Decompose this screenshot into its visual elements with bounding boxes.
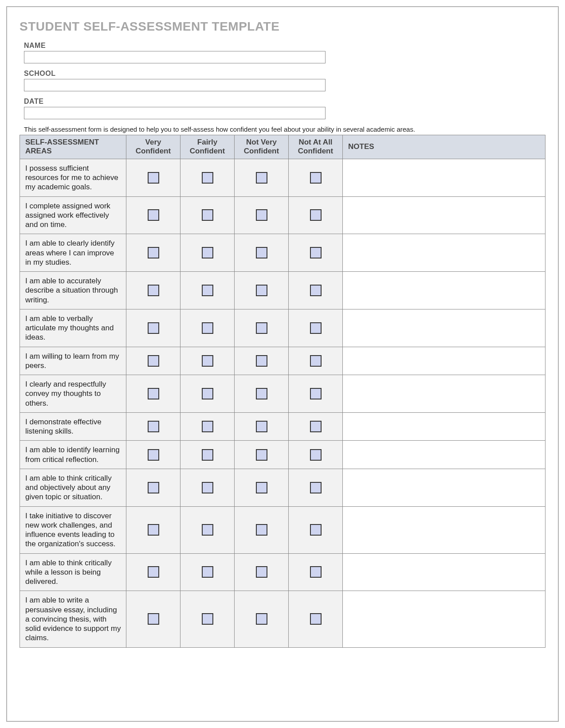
table-row: I take initiative to discover new work c… xyxy=(20,506,545,553)
checkbox-not-very-confident[interactable] xyxy=(256,613,267,625)
checkbox-not-very-confident[interactable] xyxy=(256,355,267,367)
checkbox-not-at-all-confident[interactable] xyxy=(310,566,322,578)
checkbox-not-at-all-confident[interactable] xyxy=(310,322,322,334)
checkbox-not-very-confident[interactable] xyxy=(256,482,267,493)
area-text: I am able to identify learning from crit… xyxy=(20,441,126,469)
notes-cell[interactable] xyxy=(343,553,545,591)
checkbox-not-very-confident[interactable] xyxy=(256,322,267,334)
table-row: I am able to think critically and object… xyxy=(20,469,545,506)
notes-cell[interactable] xyxy=(343,375,545,413)
checkbox-not-at-all-confident[interactable] xyxy=(310,388,322,399)
notes-cell[interactable] xyxy=(343,347,545,375)
school-input[interactable] xyxy=(24,79,326,91)
checkbox-not-at-all-confident[interactable] xyxy=(310,482,322,493)
checkbox-not-very-confident[interactable] xyxy=(256,209,267,221)
checkbox-very-confident[interactable] xyxy=(148,355,159,367)
header-fairly-confident: Fairly Confident xyxy=(180,135,235,159)
check-cell-not-very-confident xyxy=(235,553,289,591)
checkbox-fairly-confident[interactable] xyxy=(202,172,213,184)
notes-cell[interactable] xyxy=(343,234,545,272)
checkbox-fairly-confident[interactable] xyxy=(202,247,213,258)
checkbox-very-confident[interactable] xyxy=(148,524,159,536)
checkbox-fairly-confident[interactable] xyxy=(202,322,213,334)
school-label: SCHOOL xyxy=(20,70,545,78)
header-areas: SELF-ASSESSMENT AREAS xyxy=(20,135,126,159)
checkbox-fairly-confident[interactable] xyxy=(202,613,213,625)
checkbox-fairly-confident[interactable] xyxy=(202,449,213,461)
header-not-at-all-confident: Not At All Confident xyxy=(289,135,343,159)
notes-cell[interactable] xyxy=(343,469,545,506)
checkbox-not-at-all-confident[interactable] xyxy=(310,449,322,461)
checkbox-fairly-confident[interactable] xyxy=(202,524,213,536)
checkbox-very-confident[interactable] xyxy=(148,482,159,493)
checkbox-fairly-confident[interactable] xyxy=(202,355,213,367)
area-text: I am able to accurately describe a situa… xyxy=(20,272,126,309)
checkbox-not-at-all-confident[interactable] xyxy=(310,421,322,432)
check-cell-not-at-all-confident xyxy=(289,347,343,375)
checkbox-not-very-confident[interactable] xyxy=(256,172,267,184)
assessment-table: SELF-ASSESSMENT AREAS Very Confident Fai… xyxy=(20,135,545,648)
checkbox-fairly-confident[interactable] xyxy=(202,566,213,578)
check-cell-not-very-confident xyxy=(235,375,289,413)
area-text: I am able to verbally articulate my thou… xyxy=(20,309,126,347)
checkbox-very-confident[interactable] xyxy=(148,613,159,625)
notes-cell[interactable] xyxy=(343,309,545,347)
checkbox-not-at-all-confident[interactable] xyxy=(310,355,322,367)
notes-cell[interactable] xyxy=(343,412,545,441)
checkbox-not-very-confident[interactable] xyxy=(256,449,267,461)
checkbox-not-at-all-confident[interactable] xyxy=(310,172,322,184)
notes-cell[interactable] xyxy=(343,272,545,309)
checkbox-not-very-confident[interactable] xyxy=(256,524,267,536)
checkbox-not-very-confident[interactable] xyxy=(256,388,267,399)
checkbox-very-confident[interactable] xyxy=(148,449,159,461)
notes-cell[interactable] xyxy=(343,506,545,553)
check-cell-very-confident xyxy=(126,506,180,553)
checkbox-not-at-all-confident[interactable] xyxy=(310,247,322,258)
header-very-confident: Very Confident xyxy=(126,135,180,159)
checkbox-very-confident[interactable] xyxy=(148,566,159,578)
area-text: I am willing to learn from my peers. xyxy=(20,347,126,375)
check-cell-fairly-confident xyxy=(180,441,235,469)
check-cell-not-very-confident xyxy=(235,309,289,347)
checkbox-fairly-confident[interactable] xyxy=(202,421,213,432)
area-text: I take initiative to discover new work c… xyxy=(20,506,126,553)
name-label: NAME xyxy=(20,42,545,50)
checkbox-not-at-all-confident[interactable] xyxy=(310,613,322,625)
checkbox-fairly-confident[interactable] xyxy=(202,285,213,296)
checkbox-not-at-all-confident[interactable] xyxy=(310,524,322,536)
check-cell-not-at-all-confident xyxy=(289,309,343,347)
checkbox-fairly-confident[interactable] xyxy=(202,209,213,221)
checkbox-very-confident[interactable] xyxy=(148,247,159,258)
checkbox-not-at-all-confident[interactable] xyxy=(310,209,322,221)
name-input[interactable] xyxy=(24,51,326,63)
checkbox-not-very-confident[interactable] xyxy=(256,566,267,578)
area-text: I demonstrate effective listening skills… xyxy=(20,412,126,441)
checkbox-fairly-confident[interactable] xyxy=(202,388,213,399)
checkbox-very-confident[interactable] xyxy=(148,285,159,296)
notes-cell[interactable] xyxy=(343,441,545,469)
check-cell-very-confident xyxy=(126,441,180,469)
check-cell-very-confident xyxy=(126,375,180,413)
check-cell-fairly-confident xyxy=(180,412,235,441)
checkbox-very-confident[interactable] xyxy=(148,421,159,432)
checkbox-very-confident[interactable] xyxy=(148,388,159,399)
table-row: I am able to accurately describe a situa… xyxy=(20,272,545,309)
checkbox-very-confident[interactable] xyxy=(148,322,159,334)
header-not-very-confident: Not Very Confident xyxy=(235,135,289,159)
notes-cell[interactable] xyxy=(343,159,545,196)
checkbox-very-confident[interactable] xyxy=(148,209,159,221)
notes-cell[interactable] xyxy=(343,196,545,234)
check-cell-very-confident xyxy=(126,553,180,591)
checkbox-not-very-confident[interactable] xyxy=(256,421,267,432)
area-text: I possess sufficient resources for me to… xyxy=(20,159,126,196)
area-text: I am able to think critically while a le… xyxy=(20,553,126,591)
date-input[interactable] xyxy=(24,107,326,119)
checkbox-not-very-confident[interactable] xyxy=(256,247,267,258)
check-cell-not-very-confident xyxy=(235,591,289,647)
checkbox-fairly-confident[interactable] xyxy=(202,482,213,493)
notes-cell[interactable] xyxy=(343,591,545,647)
checkbox-not-very-confident[interactable] xyxy=(256,285,267,296)
checkbox-very-confident[interactable] xyxy=(148,172,159,184)
check-cell-not-at-all-confident xyxy=(289,234,343,272)
checkbox-not-at-all-confident[interactable] xyxy=(310,285,322,296)
